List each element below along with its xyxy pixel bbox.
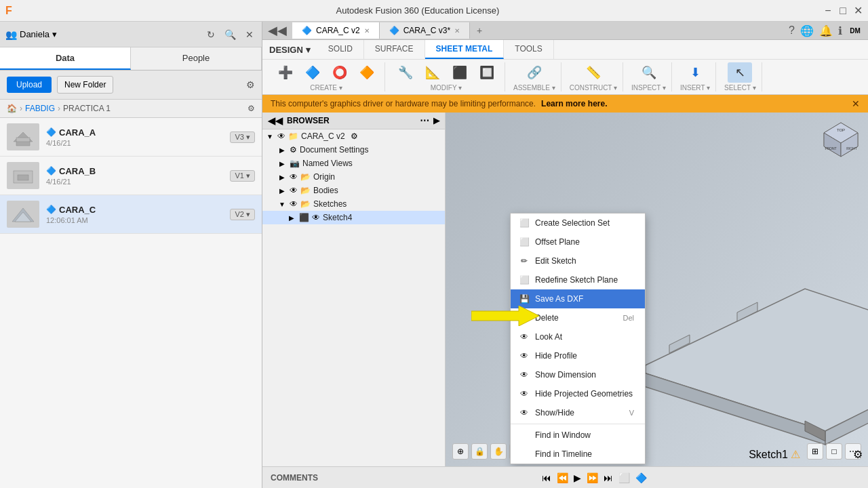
ctx-hide-projected-geometries[interactable]: 👁 Hide Projected Geometries: [511, 384, 645, 403]
tree-expand-icon[interactable]: ▼: [277, 201, 287, 208]
tree-expand-icon[interactable]: ▶: [277, 174, 287, 181]
add-doc-tab-button[interactable]: +: [470, 22, 489, 39]
new-folder-button[interactable]: New Folder: [57, 76, 113, 94]
tree-visibility-icon[interactable]: 👁: [290, 186, 298, 195]
tree-item[interactable]: ▶ ⚙ Document Settings: [262, 143, 445, 157]
timeline-icon-2[interactable]: 🔷: [635, 472, 647, 483]
user-avatar[interactable]: DM: [848, 23, 863, 38]
play-prev-btn[interactable]: ⏪: [557, 472, 568, 483]
vp-hand-icon[interactable]: ✋: [490, 443, 507, 460]
ctx-find-in-window[interactable]: Find in Window: [511, 426, 645, 445]
inspect-btn-1[interactable]: 🔍: [637, 62, 661, 83]
doc-tab-cara-c-v2[interactable]: 🔷 CARA_C v2 ✕: [292, 22, 380, 39]
info-icon[interactable]: ℹ: [838, 24, 842, 37]
tree-expand-icon[interactable]: ▶: [287, 214, 296, 222]
file-version[interactable]: V3 ▾: [230, 131, 255, 143]
browser-toggle[interactable]: ◀◀: [268, 115, 283, 126]
play-btn[interactable]: ▶: [574, 472, 581, 483]
notification-icon[interactable]: 🔔: [819, 24, 833, 37]
create-btn-3[interactable]: ⭕: [328, 62, 352, 83]
design-mode-button[interactable]: DESIGN ▾: [262, 42, 317, 58]
tab-surface[interactable]: SURFACE: [364, 40, 425, 59]
user-info[interactable]: 👥 Daniela ▾: [5, 29, 57, 40]
vp-display-icon[interactable]: □: [826, 443, 842, 460]
collapse-browser-btn[interactable]: ◀◀: [262, 23, 292, 38]
tree-visibility-icon-filled[interactable]: ⬛: [299, 213, 309, 222]
viewport-settings-icon[interactable]: ⚙: [853, 448, 863, 461]
tree-visibility-icon[interactable]: 👁: [290, 199, 298, 209]
tree-expand-icon[interactable]: ▶: [277, 187, 287, 195]
list-item[interactable]: 🔷 CARA_B 4/16/21 V1 ▾: [0, 157, 262, 195]
timeline-icon-1[interactable]: ⬜: [618, 472, 630, 483]
tree-item[interactable]: ▼ 👁 📁 CARA_C v2 ⚙: [262, 129, 445, 143]
assemble-btn-1[interactable]: 🔗: [522, 62, 547, 83]
play-next-btn[interactable]: ⏩: [587, 472, 598, 483]
file-version[interactable]: V2 ▾: [230, 209, 255, 220]
play-start-btn[interactable]: ⏮: [542, 472, 551, 483]
ctx-show-hide[interactable]: 👁 Show/Hide V: [511, 403, 645, 422]
ctx-redefine-sketch-plane[interactable]: ⬜ Redefine Sketch Plane: [511, 270, 645, 289]
tree-item[interactable]: ▶ ⬛ 👁 Sketch4: [262, 211, 445, 224]
browser-expand-icon[interactable]: ▶: [433, 116, 439, 125]
tab-data[interactable]: Data: [0, 47, 131, 70]
doc-tab-close-v3[interactable]: ✕: [454, 27, 460, 35]
modify-btn-4[interactable]: 🔲: [475, 62, 499, 83]
ctx-find-in-timeline[interactable]: Find in Timeline: [511, 445, 645, 464]
comments-label[interactable]: COMMENTS: [271, 473, 318, 483]
tree-item[interactable]: ▼ 👁 📂 Sketches: [262, 197, 445, 211]
tree-visibility-icon[interactable]: 👁: [290, 172, 298, 182]
modify-btn-2[interactable]: 📐: [420, 62, 445, 83]
tab-people[interactable]: People: [131, 47, 262, 70]
help-icon[interactable]: ?: [789, 24, 795, 37]
tree-expand-icon[interactable]: ▶: [277, 146, 287, 154]
select-btn-1[interactable]: ↖: [728, 62, 752, 83]
nav-cube[interactable]: TOP FRONT RIGHT: [821, 119, 861, 160]
tree-visibility-icon[interactable]: 👁: [312, 213, 320, 222]
ctx-hide-profile[interactable]: 👁 Hide Profile: [511, 346, 645, 365]
maximize-button[interactable]: □: [838, 6, 848, 16]
insert-btn-1[interactable]: ⬇: [683, 62, 707, 83]
refresh-button[interactable]: ↻: [204, 28, 218, 41]
tree-item[interactable]: ▶ 📷 Named Views: [262, 157, 445, 170]
tab-sheet-metal[interactable]: SHEET METAL: [425, 40, 505, 59]
viewport-3d[interactable]: TOP FRONT RIGHT: [446, 113, 868, 466]
list-item[interactable]: 🔷 CARA_A 4/16/21 V3 ▾: [0, 118, 262, 157]
tab-tools[interactable]: TOOLS: [504, 40, 553, 59]
search-button[interactable]: 🔍: [222, 28, 239, 41]
ctx-create-selection-set[interactable]: ⬜ Create Selection Set: [511, 214, 645, 232]
breadcrumb-settings-icon[interactable]: ⚙: [248, 104, 255, 113]
ctx-edit-sketch[interactable]: ✏ Edit Sketch: [511, 251, 645, 270]
tab-solid[interactable]: SOLID: [317, 40, 364, 59]
create-btn-1[interactable]: ➕: [273, 62, 298, 83]
create-btn-2[interactable]: 🔷: [300, 62, 325, 83]
tree-expand-icon[interactable]: ▼: [265, 133, 275, 140]
create-btn-4[interactable]: 🔶: [355, 62, 379, 83]
warning-close-button[interactable]: ✕: [852, 98, 860, 109]
tree-visibility-icon[interactable]: 👁: [277, 131, 285, 141]
ctx-offset-plane[interactable]: ⬜ Offset Plane: [511, 232, 645, 251]
modify-btn-1[interactable]: 🔧: [393, 62, 418, 83]
breadcrumb-fabdig[interactable]: FABDIG: [25, 104, 55, 113]
vp-select-icon[interactable]: ⊕: [452, 443, 469, 460]
list-item[interactable]: 🔷 CARA_C 12:06:01 AM V2 ▾: [0, 195, 262, 234]
network-icon[interactable]: 🌐: [800, 24, 814, 37]
close-panel-button[interactable]: ✕: [243, 28, 256, 41]
minimize-button[interactable]: −: [823, 6, 833, 16]
close-button[interactable]: ✕: [853, 6, 863, 16]
construct-btn-1[interactable]: 📏: [581, 62, 606, 83]
modify-btn-3[interactable]: ⬛: [448, 62, 472, 83]
tree-settings-icon[interactable]: ⚙: [351, 131, 358, 141]
doc-tab-cara-c-v3[interactable]: 🔷 CARA_C v3* ✕: [380, 22, 470, 39]
settings-icon[interactable]: ⚙: [246, 79, 255, 90]
tree-expand-icon[interactable]: ▶: [277, 160, 287, 167]
warning-link[interactable]: Learn more here.: [541, 99, 607, 108]
tree-item[interactable]: ▶ 👁 📂 Origin: [262, 170, 445, 184]
vp-lock-icon[interactable]: 🔒: [471, 443, 488, 460]
ctx-look-at[interactable]: 👁 Look At: [511, 327, 645, 346]
vp-grid-icon[interactable]: ⊞: [807, 443, 823, 460]
tree-item[interactable]: ▶ 👁 📂 Bodies: [262, 184, 445, 197]
doc-tab-close-v2[interactable]: ✕: [364, 27, 370, 35]
home-icon[interactable]: 🏠: [7, 104, 17, 113]
browser-options-icon[interactable]: ⋯: [420, 115, 429, 126]
file-version[interactable]: V1 ▾: [230, 170, 255, 182]
